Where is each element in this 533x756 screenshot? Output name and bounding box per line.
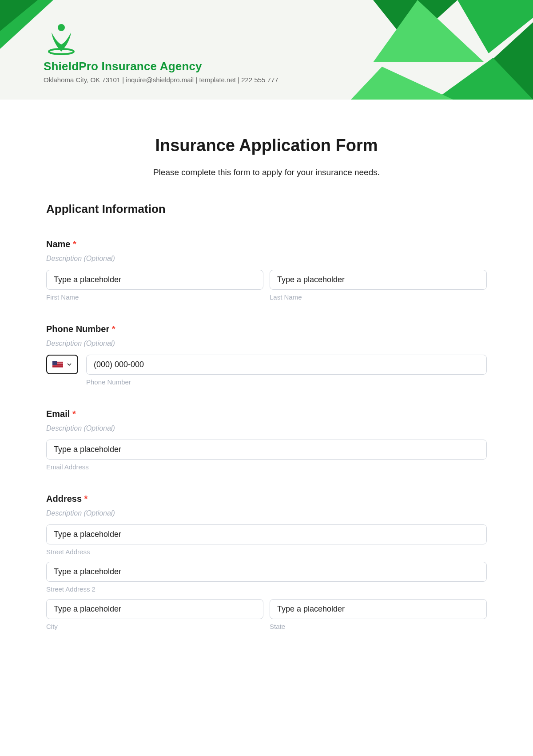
page-subtitle: Please complete this form to apply for y… [46,168,487,177]
street-address-sublabel: Street Address [46,548,487,556]
email-sublabel: Email Address [46,463,487,471]
field-phone: Phone Number * Description (Optional) Ph… [46,324,487,386]
name-label-text: Name [46,239,70,249]
city-input[interactable] [46,599,263,619]
address-label: Address * [46,494,487,504]
chevron-down-icon [67,362,72,367]
email-label: Email * [46,409,487,419]
street-address-2-input[interactable] [46,562,487,582]
company-logo-icon [44,21,79,57]
required-indicator: * [72,409,76,419]
email-label-text: Email [46,409,70,419]
page-title: Insurance Application Form [46,136,487,155]
field-email: Email * Description (Optional) Email Add… [46,409,487,471]
name-label: Name * [46,239,487,249]
required-indicator: * [73,239,76,249]
email-input[interactable] [46,440,487,460]
field-address: Address * Description (Optional) Street … [46,494,487,630]
last-name-input[interactable] [270,270,487,290]
phone-description[interactable]: Description (Optional) [46,340,487,348]
required-indicator: * [84,494,88,504]
form-main: Insurance Application Form Please comple… [0,136,533,630]
first-name-input[interactable] [46,270,263,290]
first-name-sublabel: First Name [46,293,263,301]
section-applicant-info: Applicant Information [46,202,487,216]
city-sublabel: City [46,623,263,630]
phone-label-text: Phone Number [46,324,109,334]
company-contact-info: Oklahoma City, OK 73101 | inquire@shield… [44,76,533,84]
field-name: Name * Description (Optional) First Name… [46,239,487,301]
required-indicator: * [112,324,115,334]
last-name-sublabel: Last Name [270,293,487,301]
phone-number-input[interactable] [86,355,487,375]
street-address-2-sublabel: Street Address 2 [46,585,487,593]
state-sublabel: State [270,623,487,630]
header-banner: ShieldPro Insurance Agency Oklahoma City… [0,0,533,100]
state-input[interactable] [270,599,487,619]
address-label-text: Address [46,494,82,504]
street-address-input[interactable] [46,524,487,544]
address-description[interactable]: Description (Optional) [46,509,487,517]
phone-label: Phone Number * [46,324,487,334]
name-description[interactable]: Description (Optional) [46,255,487,263]
phone-sublabel: Phone Number [86,378,487,386]
svg-point-9 [58,24,65,31]
company-name: ShieldPro Insurance Agency [44,60,533,73]
us-flag-icon [52,361,63,368]
email-description[interactable]: Description (Optional) [46,424,487,432]
country-code-selector[interactable] [46,355,78,374]
